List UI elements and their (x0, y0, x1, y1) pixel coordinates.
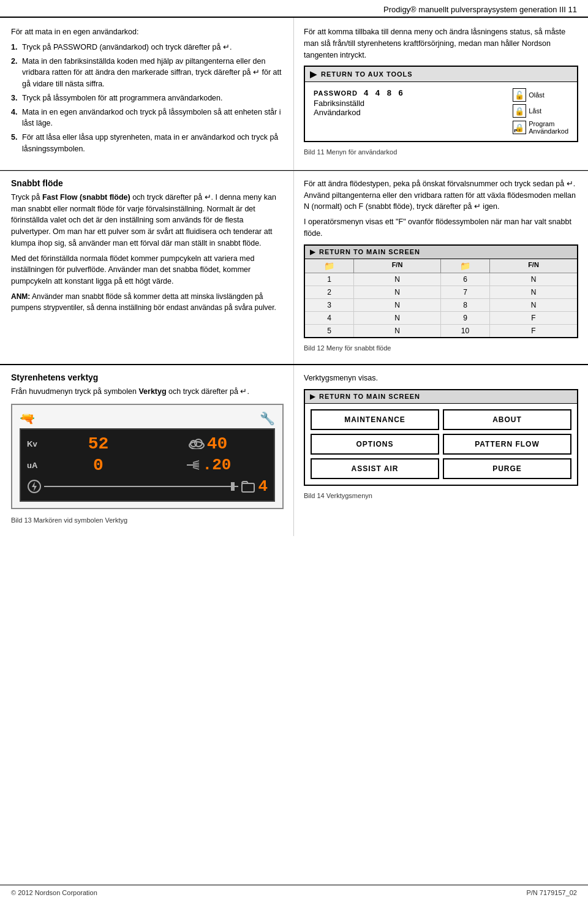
snabbt-p1: Tryck på Fast Flow (snabbt flöde) och tr… (11, 192, 284, 249)
fab-label: Fabriksinställd Användarkod (314, 99, 405, 117)
svg-line-8 (193, 467, 199, 469)
step-1-num: 1. (11, 42, 20, 53)
program-p-letter: P (514, 128, 517, 134)
about-btn[interactable]: ABOUT (443, 409, 571, 430)
tools-header: ▶ RETURN TO MAIN SCREEN (305, 390, 577, 404)
styrenhet-right: Verktygsmenyn visas. ▶ RETURN TO MAIN SC… (294, 365, 588, 536)
flow-row-5: 5 N 10 F (305, 325, 577, 337)
val5: 4 (258, 477, 268, 496)
part-number: P/N 7179157_02 (526, 889, 577, 896)
lock-icons: 🔓 Olåst 🔒 Låst P 🔒 (513, 88, 568, 135)
flow-8-num: 8 (441, 299, 490, 311)
flow-10-val: F (490, 325, 577, 337)
aux-tools-title: RETURN TO AUX TOOLS (321, 70, 413, 78)
unlocked-row: 🔓 Olåst (513, 88, 545, 102)
tools-arrow-icon: ▶ (310, 393, 315, 401)
tools-screen: ▶ RETURN TO MAIN SCREEN MAINTENANCE ABOU… (304, 389, 578, 486)
olast-label: Olåst (529, 91, 545, 99)
flow-6-val: N (490, 273, 577, 286)
step-4: 4. Mata in en egen användarkod och tryck… (11, 107, 284, 130)
styrenhet-left: Styrenhetens verktyg Från huvudmenyn try… (0, 365, 294, 536)
flow-4-val: N (354, 312, 441, 324)
flow-arrow-icon: ▶ (310, 248, 315, 256)
cloud-icon (188, 438, 205, 449)
step-4-text: Mata in en egen användarkod och tryck på… (22, 107, 284, 130)
password-row: PASSWORD 4 4 8 6 Fabriksinställd Använda… (310, 86, 572, 137)
flow-header: ▶ RETURN TO MAIN SCREEN (305, 246, 577, 259)
password-label: PASSWORD (314, 89, 358, 97)
flow-2-num: 2 (305, 286, 354, 298)
snabbt-anm: ANM: Använder man snabbt flöde så kommer… (11, 291, 284, 313)
flow-3-val: N (354, 299, 441, 311)
flow-7-val: N (490, 286, 577, 298)
step-3-text: Tryck på låssymbolen för att programmera… (22, 93, 222, 104)
maintenance-btn[interactable]: MAINTENANCE (311, 409, 439, 430)
copyright: © 2012 Nordson Corporation (11, 889, 97, 896)
flow-6-num: 6 (441, 273, 490, 286)
folder-icon-1: 📁 (305, 259, 354, 273)
snabbt-left: Snabbt flöde Tryck på Fast Flow (snabbt … (0, 171, 294, 364)
top-content-area: För att mata in en egen användarkod: 1. … (0, 18, 588, 170)
svg-line-4 (193, 461, 199, 463)
flow-icon-row: 📁 F/N 📁 F/N (305, 259, 577, 273)
cloud-icon-row: 40 (148, 434, 268, 453)
fab-label-text: Fabriksinställd (314, 99, 364, 108)
program-icon: P 🔒 (513, 121, 526, 134)
anvandarkod-label: Användarkod (314, 108, 361, 117)
machine-display-area: Kv 52 40 uA 0 (20, 428, 275, 502)
folder-icon-2: 📁 (441, 259, 490, 273)
flow-1-num: 1 (305, 273, 354, 286)
svg-rect-10 (242, 483, 254, 492)
flow-7-num: 7 (441, 286, 490, 298)
bild-12-caption: Bild 12 Meny för snabbt flöde (304, 343, 578, 354)
bild-14-caption: Bild 14 Verktygsmenyn (304, 491, 578, 501)
fn-header-2: F/N (490, 259, 577, 273)
step-1: 1. Tryck på PASSWORD (användarkod) och t… (11, 42, 284, 53)
styrenhet-right-p1: Verktygsmenyn visas. (304, 372, 578, 384)
snabbt-title: Snabbt flöde (11, 178, 284, 188)
styrenhet-section: Styrenhetens verktyg Från huvudmenyn try… (0, 365, 588, 536)
purge-btn[interactable]: PURGE (443, 458, 571, 479)
step-5: 5. För att låsa eller låsa upp styrenhet… (11, 132, 284, 155)
intro-text: För att mata in en egen användarkod: (11, 26, 284, 38)
password-instructions-col: För att mata in en egen användarkod: 1. … (0, 18, 294, 170)
snabbt-section: Snabbt flöde Tryck på Fast Flow (snabbt … (0, 170, 588, 365)
machine-bottom: 4 (27, 477, 268, 496)
flow-9-num: 9 (441, 312, 490, 324)
folder-bottom-icon (241, 479, 255, 494)
aux-tools-header: ▶ RETURN TO AUX TOOLS (305, 67, 577, 82)
assist-air-btn[interactable]: ASSIST AIR (311, 458, 439, 479)
tools-body: MAINTENANCE ABOUT OPTIONS PATTERN FLOW A… (305, 404, 577, 485)
snabbt-right: För att ändra flödestypen, peka på önska… (294, 171, 588, 364)
slider-area (44, 482, 238, 491)
step-1-text: Tryck på PASSWORD (användarkod) och tryc… (22, 42, 232, 53)
bild-11-caption: Bild 11 Menyn för användarkod (304, 147, 578, 157)
page-header: Prodigy® manuellt pulverspraysystem gene… (0, 0, 588, 18)
pattern-flow-btn[interactable]: PATTERN FLOW (443, 434, 571, 455)
svg-line-7 (193, 466, 199, 467)
flow-5-val: N (354, 325, 441, 337)
options-btn[interactable]: OPTIONS (311, 434, 439, 455)
spray-icon-row: .20 (148, 456, 268, 474)
step-4-num: 4. (11, 107, 20, 130)
styrenhet-p1: Från huvudmenyn tryck på symbolen Verkty… (11, 386, 284, 398)
aux-arrow-icon: ▶ (310, 69, 317, 79)
step-2-num: 2. (11, 56, 20, 90)
flow-row-3: 3 N 8 N (305, 299, 577, 312)
flow-10-num: 10 (441, 325, 490, 337)
flow-row-4: 4 N 9 F (305, 312, 577, 325)
kv-value: 52 (51, 434, 145, 453)
flow-4-num: 4 (305, 312, 354, 324)
wrench-icon: 🔧 (260, 411, 275, 426)
password-label-row: PASSWORD 4 4 8 6 (314, 88, 405, 97)
locked-icon: 🔒 (513, 104, 526, 118)
step-2-text: Mata in den fabriksinställda koden med h… (22, 56, 284, 90)
page-title: Prodigy® manuellt pulverspraysystem gene… (383, 5, 577, 14)
spray-icon (184, 459, 202, 471)
ua-label: uA (27, 461, 49, 470)
unlocked-icon: 🔓 (513, 88, 526, 102)
step-2: 2. Mata in den fabriksinställda koden me… (11, 56, 284, 90)
flow-row-1: 1 N 6 N (305, 273, 577, 286)
locked-row: 🔒 Låst (513, 104, 541, 118)
aux-tools-screen: ▶ RETURN TO AUX TOOLS PASSWORD 4 4 8 6 F… (304, 66, 578, 142)
